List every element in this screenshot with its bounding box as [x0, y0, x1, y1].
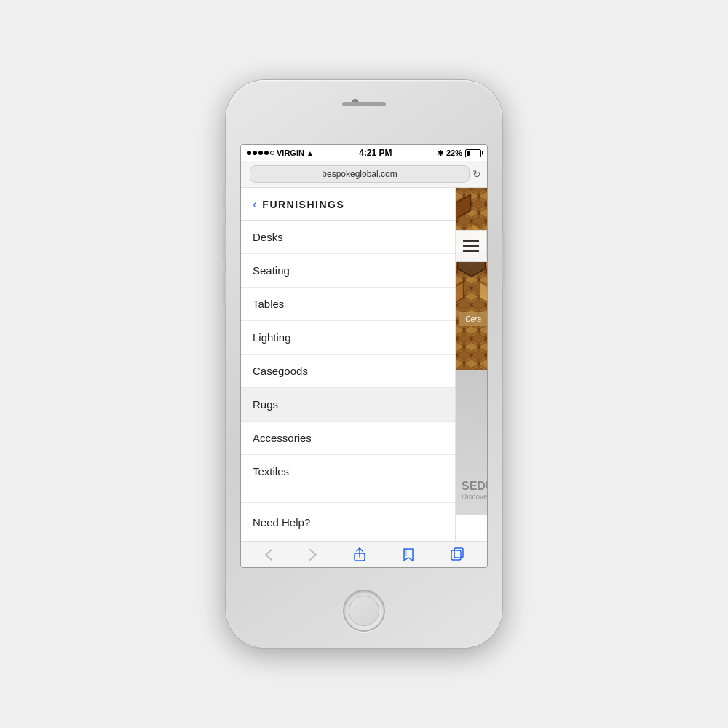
svg-rect-11 [451, 550, 461, 560]
svg-rect-12 [454, 548, 463, 558]
back-arrow-icon[interactable]: ‹ [253, 198, 256, 211]
safari-toolbar [241, 541, 487, 567]
bookmarks-button[interactable] [396, 545, 421, 565]
share-button[interactable] [347, 545, 372, 565]
mute-button[interactable] [223, 188, 226, 211]
signal-dot-5 [270, 151, 274, 155]
carrier-label: VIRGIN [277, 149, 304, 157]
url-input[interactable]: bespokeglobal.com [250, 165, 470, 183]
ham-line-2 [463, 245, 479, 247]
wifi-icon: ▲ [306, 149, 314, 157]
tabs-button[interactable] [445, 545, 470, 565]
content-panel: Cera SEDU Discover [456, 188, 487, 542]
tile-pattern-svg [456, 188, 487, 370]
url-bar: bespokeglobal.com ↻ [241, 161, 487, 188]
back-icon [264, 548, 273, 561]
bluetooth-icon: ✱ [438, 149, 443, 157]
menu-item-seating[interactable]: Seating [241, 254, 455, 288]
status-bar: VIRGIN ▲ 4:21 PM ✱ 22% [241, 145, 487, 161]
signal-dot-4 [264, 151, 269, 155]
hamburger-button[interactable] [456, 230, 487, 262]
content-text-block: SEDU Discover [462, 480, 487, 501]
bookmarks-icon [402, 547, 415, 562]
signal-strength [247, 151, 274, 155]
back-button[interactable] [258, 545, 279, 564]
menu-item-desks[interactable]: Desks [241, 221, 455, 254]
ham-line-3 [463, 250, 479, 252]
battery-fill [467, 151, 470, 156]
forward-icon [309, 548, 317, 561]
menu-item-textiles[interactable]: Textiles [241, 455, 455, 488]
share-icon [353, 547, 366, 562]
tabs-icon [451, 547, 464, 562]
volume-down-button[interactable] [223, 269, 226, 307]
sedu-heading: SEDU [462, 480, 487, 493]
menu-title: FURNISHINGS [262, 199, 344, 210]
discover-text: Discover [462, 493, 487, 501]
status-right: ✱ 22% [438, 149, 481, 157]
volume-up-button[interactable] [223, 223, 226, 261]
phone-device: VIRGIN ▲ 4:21 PM ✱ 22% bespokeglobal.com… [226, 80, 502, 648]
battery-icon [465, 149, 481, 157]
content-image-top: Cera [456, 188, 487, 370]
signal-dot-3 [258, 151, 263, 155]
home-button-inner [349, 596, 379, 626]
menu-gap [241, 488, 455, 503]
need-help-item[interactable]: Need Help? [241, 503, 455, 542]
reload-button[interactable]: ↻ [472, 168, 481, 180]
menu-item-accessories[interactable]: Accessories [241, 422, 455, 455]
browser-content: ‹ FURNISHINGS Desks Seating Tables Light… [241, 188, 487, 542]
power-button[interactable] [502, 233, 505, 285]
battery-percent: 22% [446, 149, 462, 157]
home-button[interactable] [343, 590, 385, 632]
menu-header: ‹ FURNISHINGS [241, 188, 455, 221]
content-image-bottom: SEDU Discover [456, 370, 487, 515]
ham-line-1 [463, 240, 479, 242]
menu-item-rugs[interactable]: Rugs [241, 388, 455, 422]
forward-button[interactable] [303, 545, 323, 564]
menu-item-casegoods[interactable]: Casegoods [241, 355, 455, 388]
menu-panel: ‹ FURNISHINGS Desks Seating Tables Light… [241, 188, 456, 542]
menu-item-lighting[interactable]: Lighting [241, 321, 455, 355]
phone-screen: VIRGIN ▲ 4:21 PM ✱ 22% bespokeglobal.com… [240, 144, 488, 568]
clock: 4:21 PM [359, 148, 392, 158]
menu-item-tables[interactable]: Tables [241, 288, 455, 321]
signal-dot-2 [253, 151, 257, 155]
speaker [342, 102, 386, 106]
signal-dot-1 [247, 151, 251, 155]
image-top-label: Cera [459, 312, 487, 326]
status-left: VIRGIN ▲ [247, 149, 314, 157]
